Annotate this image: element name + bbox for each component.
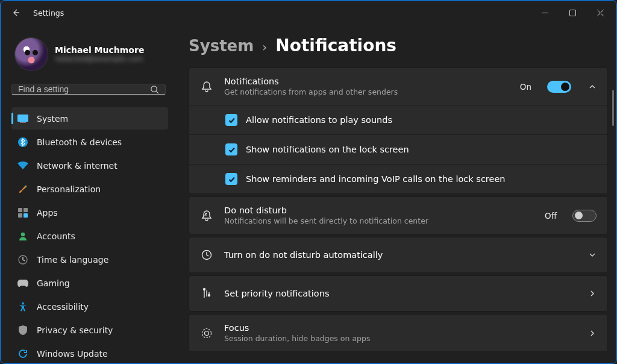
breadcrumb: System › Notifications — [189, 36, 608, 55]
svg-point-13 — [204, 289, 205, 290]
dnd-auto-row[interactable]: Turn on do not disturb automatically — [189, 237, 607, 272]
sidebar-item-label: Apps — [37, 208, 58, 218]
sidebar-item-personalization[interactable]: Personalization — [11, 178, 168, 200]
svg-rect-2 — [17, 115, 28, 122]
bell-snooze-icon — [200, 210, 213, 222]
sidebar-item-privacy[interactable]: Privacy & security — [11, 319, 168, 341]
bell-icon — [200, 81, 213, 93]
chevron-down-icon — [588, 251, 597, 259]
window-title: Settings — [33, 8, 64, 17]
main-content: System › Notifications Notifications Get… — [174, 25, 616, 363]
notifications-toggle[interactable] — [547, 81, 571, 93]
row-title: Focus — [224, 323, 571, 333]
dnd-card: Do not disturb Notifications will be sen… — [189, 196, 608, 234]
sidebar-item-label: Windows Update — [37, 349, 108, 359]
clock-icon — [200, 249, 213, 261]
dnd-toggle[interactable] — [572, 210, 597, 222]
page-title: Notifications — [275, 36, 396, 55]
chevron-right-icon — [588, 329, 597, 337]
arrow-left-icon — [11, 8, 21, 17]
option-label: Show reminders and incoming VoIP calls o… — [246, 174, 506, 184]
clock-globe-icon — [17, 254, 28, 265]
sidebar-item-label: Privacy & security — [37, 325, 113, 335]
notifications-card: Notifications Get notifications from app… — [189, 67, 608, 194]
accessibility-icon — [17, 301, 28, 312]
notifications-options: Allow notifications to play sounds Show … — [189, 105, 607, 193]
sidebar-item-apps[interactable]: Apps — [11, 201, 168, 224]
svg-point-1 — [151, 86, 157, 91]
sidebar-item-label: Time & language — [37, 255, 108, 265]
settings-window: Settings Michael Muchmore redacted@examp… — [0, 0, 617, 364]
svg-point-9 — [21, 232, 25, 236]
row-title: Set priority notifications — [224, 289, 571, 298]
avatar — [15, 38, 48, 71]
sidebar-item-system[interactable]: System — [11, 107, 168, 130]
close-icon — [597, 10, 604, 16]
sidebar-item-label: Accounts — [37, 231, 75, 241]
paintbrush-icon — [17, 184, 28, 195]
checkbox-checked[interactable] — [225, 114, 237, 126]
person-icon — [17, 231, 28, 242]
svg-rect-6 — [23, 208, 28, 212]
back-button[interactable] — [7, 3, 26, 22]
toggle-state-label: On — [520, 82, 531, 92]
sidebar-item-time[interactable]: Time & language — [11, 248, 168, 271]
profile-email: redacted@example.com — [55, 55, 144, 63]
sidebar-item-accessibility[interactable]: Accessibility — [11, 295, 168, 318]
profile-block[interactable]: Michael Muchmore redacted@example.com — [11, 30, 168, 81]
row-subtitle: Notifications will be sent directly to n… — [224, 216, 534, 225]
option-play-sounds[interactable]: Allow notifications to play sounds — [189, 105, 607, 134]
notifications-row[interactable]: Notifications Get notifications from app… — [189, 68, 607, 105]
sidebar-item-gaming[interactable]: Gaming — [11, 272, 168, 294]
system-icon — [17, 113, 28, 124]
svg-rect-8 — [23, 213, 28, 218]
sidebar-item-label: Gaming — [37, 278, 70, 288]
focus-row[interactable]: Focus Session duration, hide badges on a… — [189, 315, 607, 351]
sidebar-item-label: Accessibility — [37, 302, 89, 312]
option-voip-lock-screen[interactable]: Show reminders and incoming VoIP calls o… — [189, 164, 607, 193]
focus-icon — [200, 327, 213, 339]
chevron-right-icon: › — [262, 40, 267, 54]
sidebar-item-network[interactable]: Network & internet — [11, 154, 168, 177]
close-button[interactable] — [586, 3, 614, 22]
sidebar-item-bluetooth[interactable]: Bluetooth & devices — [11, 131, 168, 153]
sidebar-item-accounts[interactable]: Accounts — [11, 225, 168, 247]
maximize-button[interactable] — [559, 3, 586, 22]
focus-card: Focus Session duration, hide badges on a… — [189, 314, 608, 352]
profile-name: Michael Muchmore — [55, 45, 144, 55]
search-icon — [150, 85, 159, 94]
option-label: Allow notifications to play sounds — [246, 115, 392, 125]
minimize-icon — [542, 10, 548, 16]
sidebar-item-label: System — [37, 114, 68, 124]
sidebar-item-label: Bluetooth & devices — [37, 137, 122, 147]
priority-icon — [200, 287, 213, 300]
chevron-right-icon — [588, 289, 597, 298]
svg-rect-5 — [18, 208, 22, 212]
dnd-row[interactable]: Do not disturb Notifications will be sen… — [189, 197, 607, 234]
svg-point-11 — [22, 302, 24, 304]
checkbox-checked[interactable] — [225, 173, 237, 185]
titlebar: Settings — [1, 1, 616, 25]
svg-rect-7 — [18, 213, 22, 218]
chevron-up-icon[interactable] — [588, 83, 597, 91]
toggle-state-label: Off — [545, 211, 557, 221]
search-box[interactable] — [11, 84, 166, 95]
breadcrumb-parent[interactable]: System — [189, 37, 254, 55]
row-title: Do not disturb — [224, 206, 534, 215]
svg-rect-3 — [20, 122, 26, 123]
minimize-button[interactable] — [531, 3, 559, 22]
search-input[interactable] — [18, 84, 150, 94]
scrollbar-thumb[interactable] — [612, 90, 614, 126]
row-title: Turn on do not disturb automatically — [224, 250, 571, 260]
checkbox-checked[interactable] — [225, 143, 237, 155]
priority-card: Set priority notifications — [189, 275, 608, 312]
priority-row[interactable]: Set priority notifications — [189, 276, 607, 311]
gamepad-icon — [17, 278, 28, 289]
dnd-auto-card: Turn on do not disturb automatically — [189, 237, 608, 273]
bluetooth-icon — [17, 137, 28, 148]
svg-point-16 — [205, 331, 209, 335]
row-subtitle: Session duration, hide badges on apps — [224, 334, 571, 343]
row-title: Notifications — [224, 77, 509, 86]
option-lock-screen[interactable]: Show notifications on the lock screen — [189, 134, 607, 164]
sidebar-item-update[interactable]: Windows Update — [11, 342, 168, 364]
